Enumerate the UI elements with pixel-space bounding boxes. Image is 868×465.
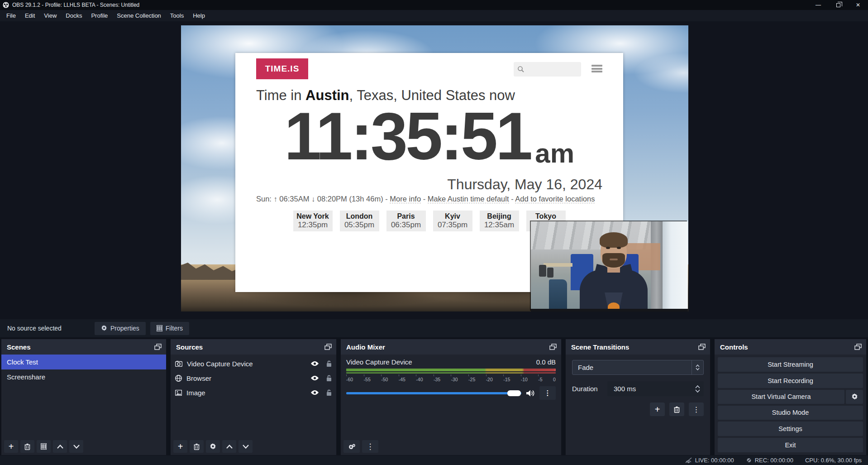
scene-move-up-button[interactable] <box>53 440 67 453</box>
unlock-icon[interactable] <box>326 389 332 396</box>
make-default-link: Make Austin time default <box>428 195 509 203</box>
unlock-icon[interactable] <box>326 375 332 382</box>
menu-docks[interactable]: Docks <box>61 11 86 20</box>
popout-icon[interactable] <box>324 344 332 350</box>
menu-profile[interactable]: Profile <box>86 11 112 20</box>
remove-source-button[interactable] <box>190 440 204 453</box>
minimize-button[interactable]: — <box>808 0 828 10</box>
transition-select[interactable]: Fade <box>572 360 704 375</box>
city-box: Beijing12:35am <box>480 211 519 231</box>
menu-scene-collection[interactable]: Scene Collection <box>112 11 166 20</box>
restore-button[interactable] <box>828 0 848 10</box>
popout-icon[interactable] <box>154 344 162 350</box>
mixer-menu-button[interactable]: ⋮ <box>362 440 378 453</box>
double-gear-icon <box>348 443 356 450</box>
audio-mixer-dock: Audio Mixer Video Capture Device 0.0 dB … <box>340 339 562 455</box>
transitions-header[interactable]: Scene Transitions <box>566 339 710 355</box>
volume-slider-handle[interactable] <box>507 390 521 396</box>
eye-icon[interactable] <box>310 361 319 366</box>
transitions-title: Scene Transitions <box>571 343 629 351</box>
menu-view[interactable]: View <box>39 11 61 20</box>
controls-dock: Controls Start Streaming Start Recording… <box>714 339 867 455</box>
chevron-down-icon <box>696 368 700 370</box>
scene-filters-button[interactable] <box>37 440 51 453</box>
camera-icon <box>175 361 182 367</box>
record-inactive-icon <box>746 457 752 463</box>
add-source-button[interactable]: + <box>173 440 187 453</box>
scene-item-clock-test[interactable]: Clock Test <box>1 355 166 369</box>
source-status-text: No source selected <box>7 325 95 332</box>
scenes-title: Scenes <box>7 343 31 351</box>
menu-edit[interactable]: Edit <box>20 11 39 20</box>
source-item-image[interactable]: Image <box>171 385 336 400</box>
speaker-icon[interactable] <box>526 389 535 397</box>
spin-up-icon[interactable] <box>695 385 700 388</box>
popout-icon[interactable] <box>549 344 557 350</box>
add-scene-button[interactable]: + <box>4 440 18 453</box>
virtual-camera-config-button[interactable] <box>846 390 863 404</box>
eye-icon[interactable] <box>310 375 319 381</box>
exit-button[interactable]: Exit <box>718 438 863 452</box>
audio-mixer-header[interactable]: Audio Mixer <box>341 339 561 355</box>
spin-down-icon[interactable] <box>695 389 700 393</box>
mixer-channel-name: Video Capture Device <box>346 358 412 366</box>
duration-spinbox[interactable]: 300 ms <box>607 381 704 396</box>
menu-bar: File Edit View Docks Profile Scene Colle… <box>0 10 868 21</box>
start-virtual-camera-button[interactable]: Start Virtual Camera <box>718 390 844 404</box>
mixer-options-button[interactable]: ⋮ <box>539 386 556 400</box>
start-streaming-button[interactable]: Start Streaming <box>718 357 863 372</box>
add-transition-button[interactable]: + <box>650 403 665 416</box>
duration-label: Duration <box>572 385 607 393</box>
studio-mode-button[interactable]: Studio Mode <box>718 406 863 420</box>
menu-file[interactable]: File <box>2 11 20 20</box>
chevron-down-icon <box>243 445 249 449</box>
source-move-up-button[interactable] <box>222 440 236 453</box>
remove-transition-button[interactable] <box>669 403 684 416</box>
unlock-icon[interactable] <box>326 360 332 367</box>
timeis-search-input <box>514 62 581 77</box>
chevron-up-icon <box>226 445 233 449</box>
remove-scene-button[interactable] <box>20 440 34 453</box>
menu-help[interactable]: Help <box>188 11 210 20</box>
sources-dock-header[interactable]: Sources <box>171 339 336 355</box>
window-title: OBS 29.1.2 - Profile: LLHLS BETA - Scene… <box>12 2 139 8</box>
clock-display: 11:35:51 am <box>256 104 602 170</box>
menu-tools[interactable]: Tools <box>166 11 188 20</box>
filters-icon <box>157 325 162 331</box>
eye-icon[interactable] <box>310 390 319 395</box>
transition-properties-button[interactable]: ⋮ <box>689 403 704 416</box>
transition-value: Fade <box>572 364 593 371</box>
source-item-browser[interactable]: Browser <box>171 371 336 385</box>
sun-info-line: Sun: ↑ 06:35AM ↓ 08:20PM (13h 46m) - Mor… <box>256 195 602 203</box>
restore-icon <box>836 3 840 7</box>
popout-icon[interactable] <box>854 344 862 350</box>
scene-move-down-button[interactable] <box>69 440 83 453</box>
volume-meter <box>346 369 556 371</box>
preview-canvas[interactable]: TIME.IS Time in Austin, Texas, United St… <box>181 25 688 312</box>
controls-header[interactable]: Controls <box>715 339 866 355</box>
more-info-link: More info <box>390 195 421 203</box>
meter-tickmarks <box>346 374 556 376</box>
source-properties-button[interactable] <box>206 440 220 453</box>
source-item-video-capture[interactable]: Video Capture Device <box>171 356 336 371</box>
properties-button[interactable]: Properties <box>95 322 146 335</box>
gear-icon <box>210 443 216 450</box>
preview-region: TIME.IS Time in Austin, Texas, United St… <box>0 21 868 319</box>
gear-icon <box>851 393 858 400</box>
settings-button[interactable]: Settings <box>718 422 863 436</box>
advanced-audio-button[interactable] <box>343 440 360 453</box>
scenes-dock-header[interactable]: Scenes <box>1 339 166 355</box>
add-favorite-link: Add to favorite locations <box>515 195 595 203</box>
close-button[interactable]: ✕ <box>848 0 868 10</box>
date-text: Thursday, May 16, 2024 <box>256 176 602 193</box>
start-recording-button[interactable]: Start Recording <box>718 374 863 388</box>
volume-slider[interactable] <box>346 392 521 394</box>
rec-time: REC: 00:00:00 <box>755 457 793 464</box>
scene-item-screenshare[interactable]: Screenshare <box>1 369 166 384</box>
stream-inactive-icon <box>685 457 692 463</box>
source-move-down-button[interactable] <box>238 440 253 453</box>
filters-button[interactable]: Filters <box>150 322 189 335</box>
city-box: Paris06:35pm <box>386 211 426 231</box>
popout-icon[interactable] <box>698 344 706 350</box>
audio-mixer-title: Audio Mixer <box>346 343 385 351</box>
